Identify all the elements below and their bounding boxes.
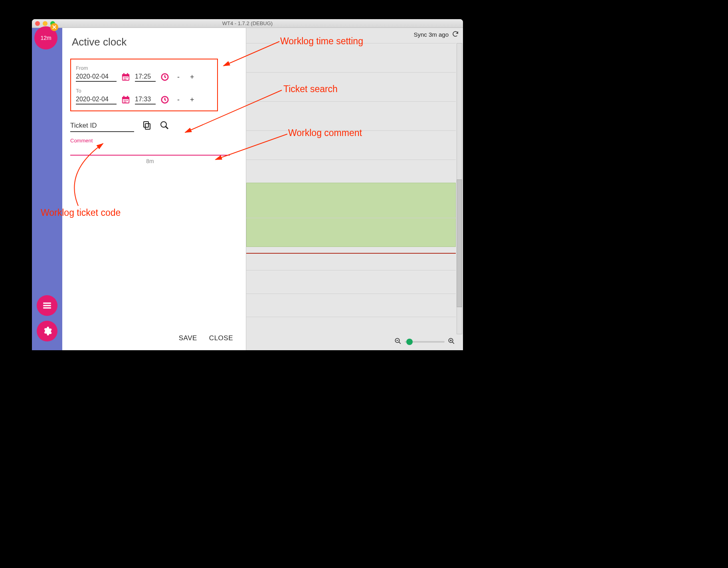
scrollbar-thumb[interactable] — [457, 179, 462, 307]
annotation-ticket: Worklog ticket code — [41, 207, 121, 218]
svg-point-25 — [161, 122, 166, 127]
current-time-line — [246, 253, 456, 254]
list-button[interactable] — [37, 295, 57, 316]
timer-close-button[interactable] — [50, 23, 58, 31]
from-time-input[interactable] — [135, 72, 156, 82]
to-date-input[interactable] — [76, 95, 117, 105]
to-plus-button[interactable]: + — [187, 96, 198, 104]
active-timer-value: 12m — [40, 35, 51, 41]
zoom-slider-knob[interactable] — [406, 339, 413, 345]
to-label: To — [76, 88, 212, 94]
calendar-area: Sync 3m ago — [246, 28, 463, 350]
svg-rect-0 — [43, 302, 51, 304]
active-timer-badge[interactable]: 12m — [34, 26, 57, 49]
comment-label: Comment — [70, 138, 238, 144]
svg-point-17 — [124, 100, 125, 101]
ticket-id-input[interactable] — [70, 120, 134, 132]
svg-point-19 — [127, 100, 128, 101]
time-settings-box: From - + To — [70, 59, 218, 111]
from-date-input[interactable] — [76, 72, 117, 82]
svg-rect-23 — [145, 124, 150, 129]
svg-point-20 — [124, 102, 125, 103]
from-label: From — [76, 65, 212, 71]
svg-point-9 — [127, 77, 128, 78]
titlebar: WT4 - 1.7.2 (DEBUG) — [32, 19, 463, 28]
svg-rect-16 — [127, 96, 128, 98]
svg-point-11 — [125, 79, 126, 80]
svg-rect-24 — [144, 122, 148, 127]
to-time-input[interactable] — [135, 95, 156, 105]
svg-point-10 — [124, 79, 125, 80]
save-button[interactable]: SAVE — [179, 334, 197, 342]
svg-point-8 — [125, 77, 126, 78]
zoom-out-icon[interactable] — [394, 337, 402, 346]
annotation-search: Ticket search — [283, 84, 338, 95]
sync-status: Sync 3m ago — [413, 31, 449, 38]
annotation-comment: Worklog comment — [288, 128, 362, 138]
zoom-in-icon[interactable] — [448, 337, 455, 346]
calendar-event[interactable] — [246, 183, 456, 247]
svg-rect-1 — [43, 305, 51, 306]
search-icon[interactable] — [160, 120, 169, 132]
from-plus-button[interactable]: + — [187, 73, 198, 81]
annotation-time: Worklog time setting — [280, 36, 363, 47]
copy-icon[interactable] — [142, 120, 152, 132]
svg-point-7 — [124, 77, 125, 78]
calendar-icon[interactable] — [121, 95, 131, 105]
window-title: WT4 - 1.7.2 (DEBUG) — [32, 20, 463, 26]
zoom-slider[interactable] — [405, 341, 445, 343]
sidebar: 12m — [32, 28, 62, 350]
svg-rect-5 — [124, 73, 125, 75]
svg-rect-2 — [43, 307, 51, 308]
active-clock-panel: Active clock From - + To — [62, 28, 246, 350]
settings-button[interactable] — [37, 321, 57, 341]
to-minus-button[interactable]: - — [174, 96, 183, 104]
zoom-controls — [394, 337, 455, 346]
duration-value: 8m — [70, 158, 230, 164]
comment-input[interactable] — [70, 144, 230, 156]
panel-title: Active clock — [72, 36, 238, 48]
svg-rect-6 — [127, 73, 128, 75]
svg-point-18 — [125, 100, 126, 101]
refresh-icon[interactable] — [452, 30, 459, 39]
close-button[interactable]: CLOSE — [209, 334, 233, 342]
app-window: WT4 - 1.7.2 (DEBUG) 12m Active clock Fro… — [32, 19, 463, 350]
from-minus-button[interactable]: - — [174, 73, 183, 81]
svg-point-21 — [125, 102, 126, 103]
clock-icon[interactable] — [160, 95, 170, 105]
svg-rect-15 — [124, 96, 125, 98]
calendar-grid[interactable] — [246, 43, 456, 334]
calendar-icon[interactable] — [121, 72, 131, 82]
clock-icon[interactable] — [160, 72, 170, 82]
